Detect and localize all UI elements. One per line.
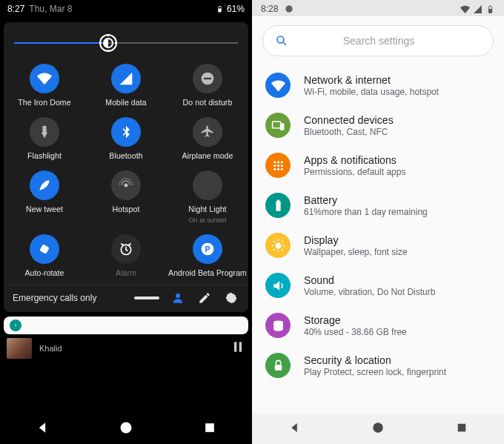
signal-status-icon xyxy=(473,4,483,14)
sound-icon xyxy=(265,273,291,298)
qs-tile-label: Bluetooth xyxy=(109,151,142,160)
settings-row-sub: Play Protect, screen lock, fingerprint xyxy=(304,367,446,377)
settings-gear-icon[interactable] xyxy=(223,290,239,306)
brightness-thumb-icon[interactable] xyxy=(99,34,117,52)
hotspot-icon xyxy=(111,170,141,200)
recents-button[interactable] xyxy=(455,421,468,437)
settings-list: Network & internet Wi-Fi, mobile, data u… xyxy=(252,62,504,388)
quick-settings-panel: 8:27 Thu, Mar 8 61% The Iron Dome Mobile… xyxy=(0,0,252,444)
qs-tile-tweet[interactable]: New tweet xyxy=(4,170,85,224)
settings-row-devices[interactable]: Connected devices Bluetooth, Cast, NFC xyxy=(252,105,504,145)
battery-icon xyxy=(265,193,291,218)
qs-tile-data[interactable]: Mobile data xyxy=(85,64,167,107)
qs-tile-wifi[interactable]: The Iron Dome xyxy=(4,64,85,107)
devices-icon xyxy=(265,113,291,138)
qs-tile-label: Auto-rotate xyxy=(24,268,64,277)
settings-row-title: Network & internet xyxy=(304,74,439,86)
notification-card[interactable] xyxy=(4,317,248,334)
qs-tile-label: Do not disturb xyxy=(183,98,233,107)
wifi-status-icon xyxy=(460,4,470,14)
nav-bar xyxy=(252,414,504,444)
search-settings[interactable]: Search settings xyxy=(262,25,494,56)
qs-tile-alarm[interactable]: Alarm xyxy=(85,234,167,277)
airplane-icon xyxy=(193,117,222,147)
brightness-slider[interactable] xyxy=(14,30,238,56)
svg-rect-50 xyxy=(489,5,491,6)
moon-icon xyxy=(193,170,222,200)
qs-tile-hotspot[interactable]: Hotspot xyxy=(85,170,167,224)
settings-row-sub: Wallpaper, sleep, font size xyxy=(304,247,408,257)
settings-row-title: Apps & notifications xyxy=(304,154,405,166)
settings-row-title: Sound xyxy=(304,274,435,286)
app-badge-icon xyxy=(10,319,21,331)
svg-rect-49 xyxy=(488,8,491,12)
lock-icon xyxy=(265,353,291,378)
qs-tile-bt[interactable]: Bluetooth xyxy=(85,117,167,160)
settings-row-sub: Bluetooth, Cast, NFC xyxy=(304,127,394,137)
settings-row-sub: Permissions, default apps xyxy=(304,167,405,177)
wifi-icon xyxy=(265,73,291,98)
android-p-icon xyxy=(193,234,222,264)
settings-row-title: Connected devices xyxy=(304,114,394,126)
media-title: Khalid xyxy=(39,344,62,353)
settings-row-sub: 61%more than 1 day remaining xyxy=(304,207,428,217)
qs-tile-label: Hotspot xyxy=(113,205,140,213)
media-player[interactable]: Khalid xyxy=(4,337,248,359)
battery-pct: 61% xyxy=(227,4,245,14)
svg-rect-46 xyxy=(219,6,221,7)
settings-row-title: Display xyxy=(304,234,408,246)
apps-icon xyxy=(265,153,291,178)
settings-row-storage[interactable]: Storage 40% used - 38.66 GB free xyxy=(252,305,504,345)
feather-icon xyxy=(30,170,59,200)
rotate-icon xyxy=(30,234,59,264)
qs-tile-night[interactable]: Night LightOn at sunset xyxy=(167,170,248,224)
album-art xyxy=(7,338,32,359)
qs-tile-rotate[interactable]: Auto-rotate xyxy=(4,234,85,277)
settings-row-sub: Volume, vibration, Do Not Disturb xyxy=(304,287,435,297)
home-button[interactable] xyxy=(119,420,133,438)
user-switcher-icon[interactable] xyxy=(170,290,186,306)
dnd-icon xyxy=(193,64,222,93)
battery-icon xyxy=(216,4,224,14)
qs-tile-beta[interactable]: Android Beta Program xyxy=(167,234,248,277)
settings-row-network[interactable]: Network & internet Wi-Fi, mobile, data u… xyxy=(252,65,504,105)
qs-tile-label: Alarm xyxy=(116,268,136,277)
page-indicator[interactable] xyxy=(134,296,159,299)
settings-app: 8:28 Search settings Network & internet … xyxy=(252,0,504,444)
home-button[interactable] xyxy=(371,421,385,437)
display-icon xyxy=(265,233,291,258)
settings-row-battery[interactable]: Battery 61%more than 1 day remaining xyxy=(252,185,504,225)
status-bar: 8:27 Thu, Mar 8 61% xyxy=(0,0,252,16)
settings-row-title: Battery xyxy=(304,194,428,206)
settings-row-display[interactable]: Display Wallpaper, sleep, font size xyxy=(252,225,504,265)
settings-row-title: Storage xyxy=(304,314,407,326)
clock: 8:27 xyxy=(7,4,24,14)
qs-tile-sub: On at sunset xyxy=(188,216,226,224)
settings-row-security[interactable]: Security & location Play Protect, screen… xyxy=(252,345,504,385)
qs-footer: Emergency calls only xyxy=(4,285,248,312)
qs-tile-label: Airplane mode xyxy=(182,151,233,160)
recents-button[interactable] xyxy=(202,420,217,438)
notification-dot-icon xyxy=(284,4,294,14)
settings-row-sub: Wi-Fi, mobile, data usage, hotspot xyxy=(304,87,439,97)
edit-tiles-icon[interactable] xyxy=(196,290,213,306)
back-button[interactable] xyxy=(288,421,301,437)
svg-point-47 xyxy=(286,5,293,12)
settings-row-sound[interactable]: Sound Volume, vibration, Do Not Disturb xyxy=(252,265,504,305)
battery-status-icon xyxy=(485,4,495,14)
qs-tile-label: Android Beta Program xyxy=(168,268,247,277)
qs-tile-dnd[interactable]: Do not disturb xyxy=(167,64,248,107)
network-status: Emergency calls only xyxy=(13,293,96,303)
settings-row-apps[interactable]: Apps & notifications Permissions, defaul… xyxy=(252,145,504,185)
search-placeholder: Search settings xyxy=(276,35,481,47)
qs-tile-label: New tweet xyxy=(26,205,63,213)
settings-row-title: Security & location xyxy=(304,354,446,366)
qs-tile-label: Flashlight xyxy=(27,151,62,160)
back-button[interactable] xyxy=(35,420,50,438)
settings-row-sub: 40% used - 38.66 GB free xyxy=(304,327,407,337)
qs-tile-flash[interactable]: Flashlight xyxy=(4,117,85,160)
cell-data-icon xyxy=(111,64,141,93)
qs-tile-airplane[interactable]: Airplane mode xyxy=(167,117,248,160)
pause-icon[interactable] xyxy=(231,339,245,357)
svg-rect-45 xyxy=(219,9,222,13)
